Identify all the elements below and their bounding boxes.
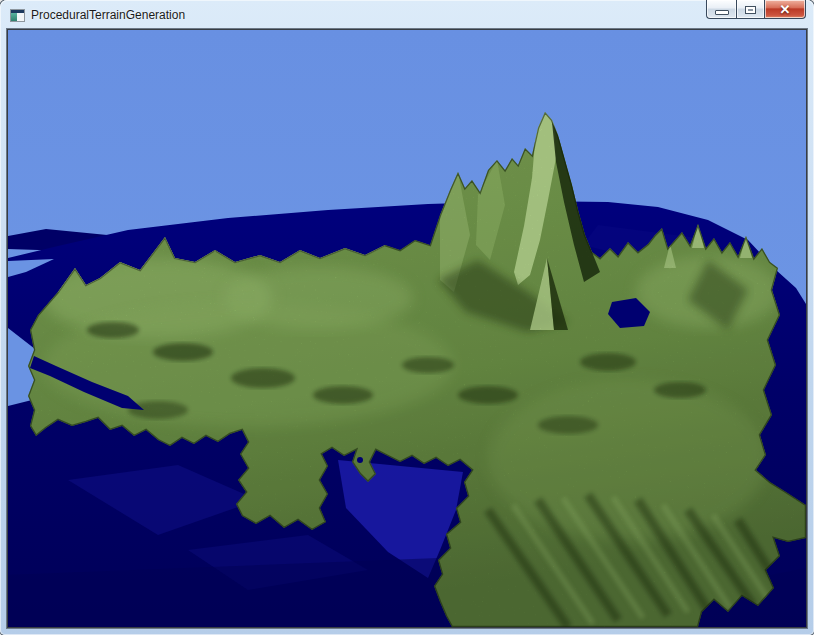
window-controls: ✕	[706, 0, 806, 19]
terrain-render	[8, 30, 806, 627]
maximize-button[interactable]	[736, 0, 765, 19]
titlebar[interactable]: ProceduralTerrainGeneration ✕	[0, 0, 814, 30]
close-button[interactable]: ✕	[765, 0, 806, 19]
app-window: ProceduralTerrainGeneration ✕	[0, 0, 814, 635]
window-title: ProceduralTerrainGeneration	[31, 8, 185, 22]
render-area[interactable]	[8, 30, 806, 627]
minimize-button[interactable]	[706, 0, 736, 19]
app-icon-panel	[11, 13, 17, 21]
app-icon	[10, 9, 25, 22]
minimize-icon	[715, 10, 729, 15]
maximize-icon	[745, 6, 756, 14]
close-icon: ✕	[780, 1, 791, 18]
